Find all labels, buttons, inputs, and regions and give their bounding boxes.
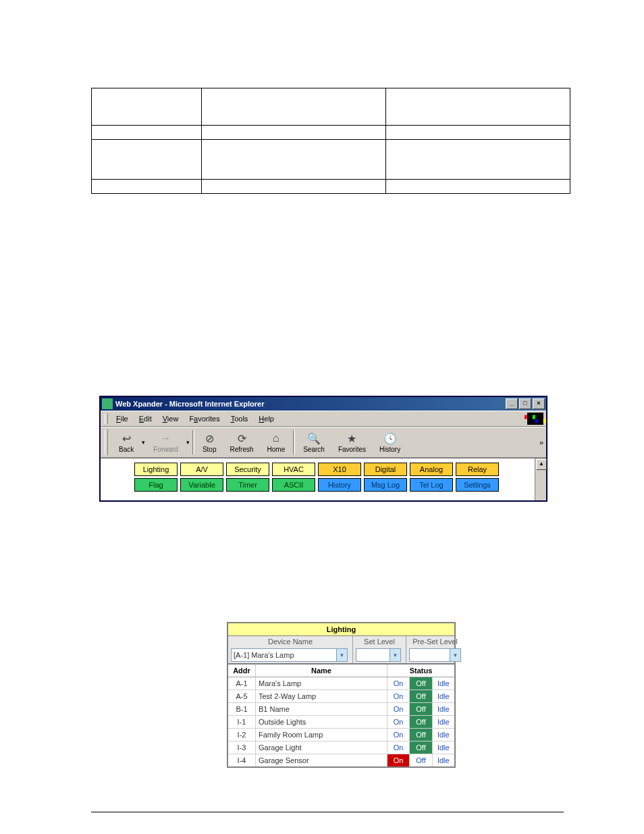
header-addr: Addr: [228, 664, 256, 677]
row-addr: A-5: [228, 690, 256, 702]
off-button[interactable]: Off: [410, 754, 432, 766]
idle-button[interactable]: Idle: [433, 729, 454, 741]
lighting-row: A-5Test 2-Way LampOnOffIdle: [228, 690, 454, 703]
idle-button[interactable]: Idle: [433, 741, 454, 754]
idle-button[interactable]: Idle: [433, 703, 454, 715]
close-button[interactable]: ×: [533, 398, 545, 409]
on-button[interactable]: On: [387, 703, 410, 715]
refresh-button[interactable]: ⟳Refresh: [223, 429, 261, 456]
stop-label: Stop: [203, 446, 217, 453]
document-table: [91, 88, 570, 194]
home-label: Home: [267, 446, 286, 453]
on-button[interactable]: On: [387, 741, 410, 754]
nav-analog-button[interactable]: Analog: [410, 463, 453, 476]
row-name: B1 Name: [256, 703, 387, 715]
nav-tel-log-button[interactable]: Tel Log: [410, 478, 453, 492]
off-button[interactable]: Off: [410, 729, 432, 741]
idle-button[interactable]: Idle: [433, 716, 454, 728]
row-status: OnOffIdle: [387, 716, 454, 728]
lighting-row: A-1Mara's LampOnOffIdle: [228, 677, 454, 690]
row-addr: A-1: [228, 677, 256, 689]
grip-icon: [105, 413, 108, 424]
back-label: Back: [119, 446, 134, 453]
device-name-value: [A-1] Mara's Lamp: [234, 651, 294, 659]
home-button[interactable]: ⌂Home: [261, 429, 292, 456]
on-button[interactable]: On: [387, 690, 410, 702]
on-button[interactable]: On: [387, 677, 410, 689]
menu-bar: FileEditViewFavoritesToolsHelp ▘▝▖▗: [101, 411, 546, 427]
on-button[interactable]: On: [387, 729, 410, 741]
vertical-scrollbar[interactable]: ▲: [535, 459, 546, 500]
favorites-button[interactable]: ★Favorites: [331, 429, 373, 456]
nav-history-button[interactable]: History: [318, 478, 361, 492]
set-level-select[interactable]: ▼: [356, 648, 401, 662]
menu-file[interactable]: File: [111, 413, 134, 424]
grip-icon: [105, 429, 108, 455]
on-button[interactable]: On: [387, 754, 410, 766]
row-status: OnOffIdle: [387, 703, 454, 715]
row-addr: I-4: [228, 754, 256, 766]
search-button[interactable]: 🔍Search: [296, 429, 331, 456]
nav-settings-button[interactable]: Settings: [456, 478, 499, 492]
menu-tools[interactable]: Tools: [225, 413, 254, 424]
back-button[interactable]: ↩Back: [112, 429, 140, 456]
row-addr: B-1: [228, 703, 256, 715]
toolbar-overflow-button[interactable]: »: [539, 438, 543, 446]
lighting-row: I-1Outside LightsOnOffIdle: [228, 716, 454, 729]
preset-level-select[interactable]: ▼: [409, 648, 461, 662]
dropdown-arrow-icon[interactable]: ▾: [185, 439, 191, 446]
nav-lighting-button[interactable]: Lighting: [134, 463, 178, 476]
nav-x10-button[interactable]: X10: [318, 463, 361, 476]
toolbar-separator: [192, 430, 194, 454]
minimize-button[interactable]: _: [506, 398, 518, 409]
menu-edit[interactable]: Edit: [134, 413, 157, 424]
scroll-up-button[interactable]: ▲: [536, 459, 547, 470]
menu-view[interactable]: View: [157, 413, 184, 424]
nav-variable-button[interactable]: Variable: [180, 478, 223, 492]
favorites-label: Favorites: [338, 446, 366, 453]
dropdown-arrow-icon[interactable]: ▾: [140, 439, 146, 446]
nav-digital-button[interactable]: Digital: [364, 463, 407, 476]
nav-timer-button[interactable]: Timer: [226, 478, 269, 492]
maximize-button[interactable]: □: [519, 398, 531, 409]
nav-msg-log-button[interactable]: Msg Log: [364, 478, 407, 492]
idle-button[interactable]: Idle: [433, 754, 454, 766]
nav-a-v-button[interactable]: A/V: [180, 463, 223, 476]
nav-relay-button[interactable]: Relay: [456, 463, 499, 476]
row-name: Garage Sensor: [256, 754, 387, 766]
off-button[interactable]: Off: [410, 716, 432, 728]
menu-favorites[interactable]: Favorites: [184, 413, 225, 424]
nav-security-button[interactable]: Security: [226, 463, 269, 476]
on-button[interactable]: On: [387, 716, 410, 728]
lighting-row: I-4Garage SensorOnOffIdle: [228, 754, 454, 766]
history-button[interactable]: 🕓History: [373, 429, 407, 456]
windows-logo-icon: ▘▝▖▗: [527, 413, 543, 425]
lighting-row: B-1B1 NameOnOffIdle: [228, 703, 454, 716]
off-button[interactable]: Off: [410, 741, 432, 754]
off-button[interactable]: Off: [410, 677, 432, 689]
nav-hvac-button[interactable]: HVAC: [272, 463, 315, 476]
off-button[interactable]: Off: [410, 703, 432, 715]
chevron-down-icon: ▼: [450, 649, 460, 661]
idle-button[interactable]: Idle: [433, 690, 454, 702]
refresh-label: Refresh: [230, 446, 254, 453]
row-status: OnOffIdle: [387, 729, 454, 741]
device-name-label: Device Name: [231, 637, 350, 648]
nav-flag-button[interactable]: Flag: [134, 478, 178, 492]
search-label: Search: [303, 446, 325, 453]
row-name: Family Room Lamp: [256, 729, 387, 741]
preset-level-label: Pre-Set Level: [409, 637, 461, 648]
row-status: OnOffIdle: [387, 754, 454, 766]
stop-button[interactable]: ⊘Stop: [196, 429, 223, 456]
row-addr: I-1: [228, 716, 256, 728]
nav-ascii-button[interactable]: ASCII: [272, 478, 315, 492]
refresh-icon: ⟳: [238, 432, 246, 445]
menu-help[interactable]: Help: [253, 413, 279, 424]
chevron-down-icon: ▼: [390, 649, 400, 661]
lighting-row: I-3Garage LightOnOffIdle: [228, 741, 454, 754]
off-button[interactable]: Off: [410, 690, 432, 702]
idle-button[interactable]: Idle: [433, 677, 454, 689]
forward-button: →Forward: [146, 429, 185, 456]
lighting-row: I-2Family Room LampOnOffIdle: [228, 729, 454, 741]
device-name-select[interactable]: [A-1] Mara's Lamp ▼: [231, 648, 348, 662]
